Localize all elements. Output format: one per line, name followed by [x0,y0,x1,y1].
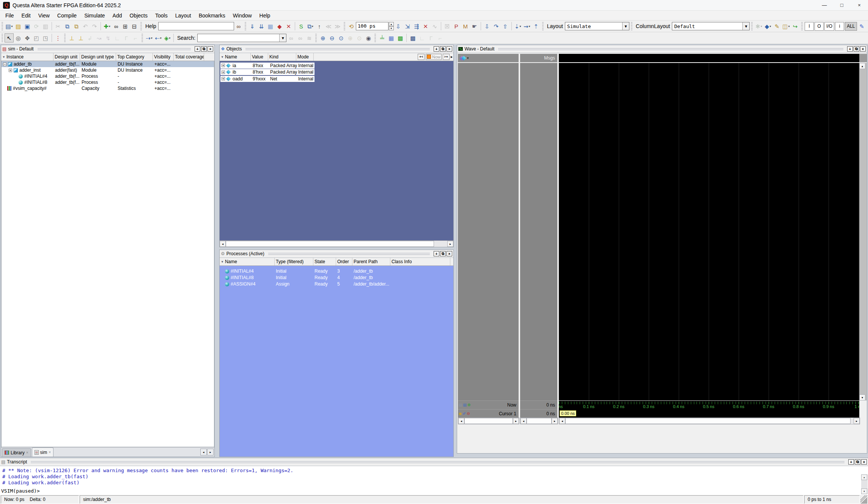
grid-mode-button[interactable]: ▦ [387,33,396,42]
step-out-current-button[interactable]: ⇡ [531,22,541,31]
edge-stretch-button[interactable]: ⌐ [131,33,140,42]
close-tab-icon[interactable]: × [49,450,51,454]
scroll-down-icon[interactable]: ▾ [859,394,865,400]
quit-sim-button[interactable]: ✕ [284,22,293,31]
wave-paste-button[interactable]: ↝ [94,33,104,42]
close-panel-button[interactable]: × [208,46,213,52]
environment-button[interactable]: ⧉ [306,22,315,31]
chevron-down-icon[interactable]: ▼ [742,22,749,30]
close-panel-button[interactable]: × [447,251,452,256]
objects-column-headers[interactable]: ↤ Now ↦ ▸ ▼NameValueKindMode [220,53,453,61]
close-panel-button[interactable]: × [447,46,452,52]
help-input[interactable] [158,22,234,30]
panel-drag-grip[interactable] [498,48,843,50]
column-header-mode[interactable]: Mode [296,53,314,61]
panel-drag-grip[interactable] [31,461,844,463]
dock-add-button[interactable]: + [847,46,853,52]
toolbar-grip[interactable] [542,22,544,30]
tree-row[interactable]: #vsim_capacity#CapacityStatistics+acc=..… [2,85,214,91]
collapse-grid-button[interactable]: ▩ [408,33,417,42]
compile-all-button[interactable]: ⇊ [257,22,266,31]
toolbar-grip[interactable] [140,22,142,30]
waveform-area[interactable] [559,63,859,400]
scrollbar-thumb[interactable] [226,241,434,247]
filter-all-button[interactable]: ALL [845,22,857,31]
column-header-total-coverage[interactable]: Total coverage [174,53,204,61]
add-marker-icon[interactable]: ⊕ [467,403,470,407]
panel-drag-grip[interactable] [245,48,430,50]
previous-event-button[interactable]: ↤ [418,54,425,60]
profile-button[interactable]: ☒ [443,22,452,31]
toolbar-grip[interactable] [2,22,3,30]
tree-row[interactable]: −adder_tbadder_tb(f...ModuleDU Instance+… [2,61,214,67]
wave-timeline-ruler[interactable]: 0 ns0.1 ns0.2 ns0.3 ns0.4 ns0.5 ns0.6 ns… [559,400,859,409]
tab-library[interactable]: Library× [2,448,31,457]
step-into-current-button[interactable]: ⇣ [513,22,522,31]
filter-icon[interactable]: ▼ [2,55,5,59]
compile-order-button[interactable]: S [297,22,306,31]
zoom-out-button[interactable]: ⊖ [327,33,337,42]
prev-transition-button[interactable]: ∟ [417,33,426,42]
wave-horizontal-scrollbar[interactable]: ◂ ▸ [559,418,860,424]
toolbar-grip[interactable] [315,34,317,42]
layout-select[interactable]: Simulate▼ [565,22,629,30]
stoplight-button[interactable]: ⋮ [53,33,63,42]
tab-scroll-left-icon[interactable]: ◂ [200,449,207,455]
undock-button[interactable]: ⧉ [854,46,859,52]
column-header-name[interactable]: ▼Name [220,258,275,265]
continue-run-button[interactable]: ⇲ [403,22,412,31]
undock-button[interactable]: ⧉ [855,459,860,465]
step-out-button[interactable]: ⇧ [501,22,510,31]
scroll-right-icon[interactable]: ▸ [447,241,453,247]
edge-insert-button[interactable]: ∟ [113,33,122,42]
column-header-top-category[interactable]: Top Category [116,53,153,61]
back-button[interactable]: ≪ [324,22,333,31]
compile-button[interactable]: ⇓ [248,22,257,31]
processes-column-headers[interactable]: ▼NameType (filtered)StateOrderParent Pat… [220,258,453,266]
show-cursor-button[interactable]: ╧ [377,33,387,42]
undock-button[interactable]: ⧉ [440,251,446,256]
scroll-left-icon[interactable]: ◂ [559,418,565,424]
now-row-names-cell[interactable]: ▤▤⊕ Now [458,400,519,409]
zoom-range-button[interactable]: ⊙ [355,33,364,42]
menu-add[interactable]: Add [109,11,126,20]
expand-time-icon[interactable]: ▤ [459,403,462,407]
zoom-in-button[interactable]: ⊕ [318,33,327,42]
filter-icon[interactable]: ▼ [221,260,224,264]
column-header-design-unit[interactable]: Design unit [53,53,80,61]
menu-simulate[interactable]: Simulate [80,11,108,20]
collapse-time-button[interactable]: ✱ [754,22,763,31]
column-header-state[interactable]: State [313,258,336,265]
column-header-type-filtered-[interactable]: Type (filtered) [275,258,313,265]
toolbar-grip[interactable] [245,22,246,30]
column-header-design-unit-type[interactable]: Design unit type [80,53,116,61]
toolbar-grip[interactable] [374,34,376,42]
cut-button[interactable]: ✂ [53,22,63,31]
process-row[interactable]: #INITIAL#4InitialReady3/adder_tb [220,268,453,275]
tab-sim[interactable]: sim× [32,447,54,457]
scrollbar-track[interactable] [565,418,854,424]
filter-wand-button[interactable]: ✎ [857,22,866,31]
examine-button[interactable]: ☛ [470,22,479,31]
find-options-button[interactable]: ◈ [163,33,172,42]
wave-cut-button[interactable]: ↲ [85,33,94,42]
names-horizontal-scrollbar[interactable]: ◂ ▸ [458,418,519,424]
export-wave-button[interactable]: ↪ [791,22,800,31]
tree-row[interactable]: #INITIAL#8adder_tb(f...Process-+acc=... [2,79,214,85]
edge-delete-button[interactable]: Γ [122,33,131,42]
expand-grid-button[interactable]: ▩ [396,33,405,42]
transcript-prompt[interactable]: VSIM(paused)> [1,488,40,494]
dock-add-button[interactable]: + [195,46,200,52]
menu-window[interactable]: Window [229,11,256,20]
object-row[interactable]: +ib8'hxxPacked ArrayInternal [220,69,314,75]
column-header-name[interactable]: ▼Name [220,53,251,61]
toolbar-grip[interactable] [751,22,753,30]
objects-list[interactable]: +ia8'hxxPacked ArrayInternal+ib8'hxxPack… [220,61,453,240]
close-tab-icon[interactable]: × [26,451,28,455]
edit-cursor-icon[interactable]: ✐ [463,412,466,416]
select-mode-button[interactable]: ↖ [5,33,14,42]
connectivity-mode-button[interactable]: ◳ [41,33,50,42]
wave-vertical-scrollbar[interactable]: ▴ ▾ [859,63,867,400]
next-event-button[interactable]: ↦ [443,54,450,60]
edit-time-icon[interactable]: ▤ [463,403,466,407]
